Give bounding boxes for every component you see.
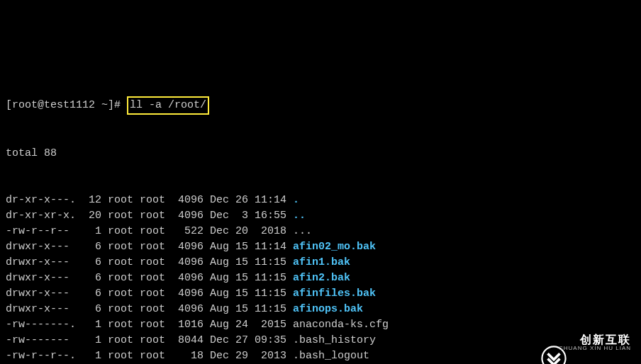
file-name: afinops.bak xyxy=(293,303,363,315)
watermark: 创新互联 CHUANG XIN HU LIAN xyxy=(529,330,631,356)
file-name: anaconda-ks.cfg xyxy=(293,319,389,331)
file-name: .bash_history xyxy=(293,334,376,346)
listing-row: dr-xr-xr-x. 20 root root 4096 Dec 3 16:5… xyxy=(6,208,635,224)
listing-row: drwxr-x--- 6 root root 4096 Aug 15 11:14… xyxy=(6,239,635,255)
prompt-text: [root@test1112 ~]# xyxy=(6,99,127,111)
terminal-output[interactable]: [root@test1112 ~]# ll -a /root/ total 88… xyxy=(0,62,641,364)
file-name: .bash_logout xyxy=(293,350,369,362)
file-name: afin02_mo.bak xyxy=(293,241,376,253)
listing-row: drwxr-x--- 6 root root 4096 Aug 15 11:15… xyxy=(6,255,635,271)
total-line: total 88 xyxy=(6,146,635,161)
listing-row: drwxr-x--- 6 root root 4096 Aug 15 11:15… xyxy=(6,302,635,317)
listing-row: dr-xr-x---. 12 root root 4096 Dec 26 11:… xyxy=(6,193,635,208)
watermark-py: CHUANG XIN HU LIAN xyxy=(559,346,631,351)
file-name: afinfiles.bak xyxy=(293,288,376,300)
command-highlight: ll -a /root/ xyxy=(127,96,209,115)
listing-row: -rw-r--r-- 1 root root 522 Dec 20 2018 .… xyxy=(6,224,635,239)
file-name: .. xyxy=(293,210,306,222)
file-name: afin1.bak xyxy=(293,256,350,268)
listing-row: drwxr-x--- 6 root root 4096 Aug 15 11:15… xyxy=(6,271,635,286)
watermark-cn: 创新互联 xyxy=(559,334,631,346)
file-name: ... xyxy=(293,225,312,237)
watermark-logo-icon xyxy=(529,330,554,356)
file-name: . xyxy=(293,194,299,206)
prompt-line: [root@test1112 ~]# ll -a /root/ xyxy=(6,96,635,115)
listing-row: drwxr-x--- 6 root root 4096 Aug 15 11:15… xyxy=(6,286,635,302)
file-name: afin2.bak xyxy=(293,272,350,284)
